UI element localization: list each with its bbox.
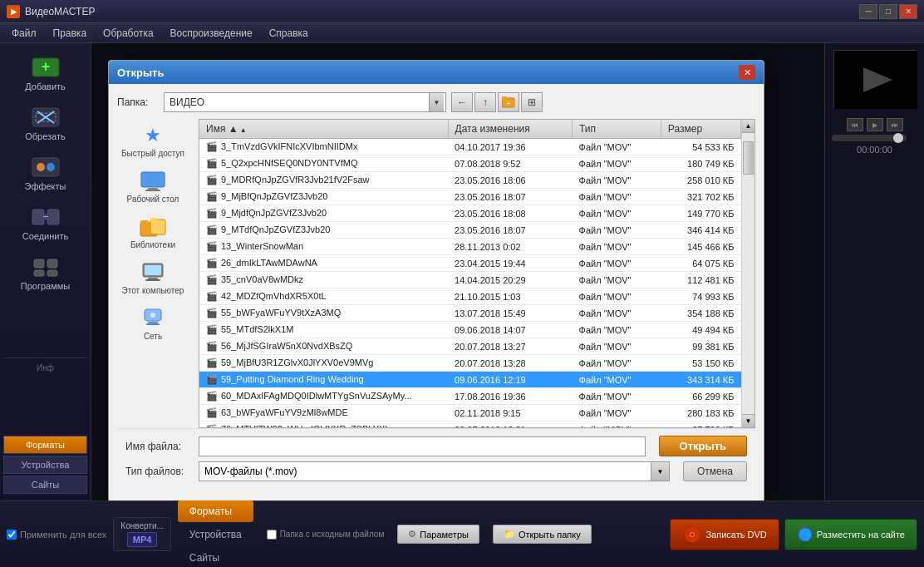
- file-list-scroll[interactable]: Имя ▲ Дата изменения Тип Размер: [199, 120, 741, 427]
- table-row[interactable]: 🎬13_WinterSnowMan28.11.2013 0:02Файл "MO…: [199, 239, 741, 255]
- sidebar-btn-programs[interactable]: Программы: [8, 249, 83, 296]
- view-toggle-button[interactable]: ⊞: [521, 92, 543, 112]
- bottom-tab-sites[interactable]: Сайты: [178, 547, 253, 568]
- play-prev-button[interactable]: ⏮: [847, 118, 863, 131]
- menu-help[interactable]: Справка: [261, 26, 317, 41]
- cell-filename: 🎬9_MDRfQnJpZGVfR3Jvb21fV2Fsaw: [199, 172, 448, 189]
- open-folder-button[interactable]: 📁 Открыть папку: [493, 525, 592, 544]
- nav-computer-label: Этот компьютер: [122, 286, 184, 295]
- table-row[interactable]: 🎬9_MjdfQnJpZGVfZ3Jvb2023.05.2016 18:08Фа…: [199, 205, 741, 222]
- menu-process[interactable]: Обработка: [95, 26, 162, 41]
- table-row[interactable]: 🎬9_MDRfQnJpZGVfR3Jvb21fV2Fsaw23.05.2016 …: [199, 172, 741, 189]
- filetype-combo-arrow[interactable]: ▼: [651, 462, 669, 481]
- cell-type: Файл "MOV": [573, 255, 661, 272]
- col-header-size[interactable]: Размер: [661, 120, 740, 139]
- svg-rect-6: [32, 158, 59, 176]
- source-folder-checkbox[interactable]: [267, 530, 277, 540]
- nav-panel: ★ Быстрый доступ: [117, 119, 192, 428]
- bottom-tab-devices[interactable]: Устройства: [178, 524, 253, 545]
- filetype-combo[interactable]: MOV-файлы (*.mov) ▼: [199, 461, 670, 481]
- bottom-tab-formats[interactable]: Форматы: [178, 500, 253, 522]
- table-row[interactable]: 🎬76_MTVfTW92aWUgdGhlYXRyZSBkYXk20.07.201…: [199, 422, 741, 428]
- col-header-date[interactable]: Дата изменения: [448, 120, 573, 139]
- table-row[interactable]: 🎬55_bWFyaWFuYV9tXzA3MQ13.07.2018 15:49Фа…: [199, 305, 741, 322]
- nav-computer[interactable]: Этот компьютер: [117, 256, 189, 300]
- menu-playback[interactable]: Воспроизведение: [162, 26, 261, 41]
- scroll-down-button[interactable]: ▼: [742, 414, 754, 427]
- cell-size: 343 314 КБ: [661, 372, 740, 388]
- play-button[interactable]: ▶: [867, 118, 883, 131]
- open-button[interactable]: Открыть: [659, 436, 747, 456]
- scroll-thumb[interactable]: [743, 141, 754, 175]
- sidebar-btn-join[interactable]: + Соединить: [8, 200, 83, 246]
- join-icon: +: [31, 205, 61, 229]
- preview-slider[interactable]: [832, 135, 907, 141]
- cell-type: Файл "MOV": [573, 338, 661, 355]
- close-button[interactable]: ✕: [899, 4, 917, 19]
- cell-size: 64 075 КБ: [661, 255, 740, 272]
- filename-input[interactable]: [199, 436, 646, 456]
- center-area: Открыть ✕ Папка: ВИДЕО ▼: [91, 43, 824, 500]
- col-header-name[interactable]: Имя ▲: [199, 120, 448, 139]
- sidebar-btn-effects[interactable]: Эффекты: [8, 150, 83, 196]
- minimize-button[interactable]: ─: [859, 4, 877, 19]
- cut-icon: [31, 105, 61, 130]
- nav-up-button[interactable]: ↑: [474, 92, 496, 112]
- tab-formats[interactable]: Форматы: [3, 436, 87, 454]
- table-row[interactable]: 🎬42_MDZfQmVhdXR5X0tL21.10.2015 1:03Файл …: [199, 288, 741, 305]
- filetype-label: Тип файлов:: [125, 466, 192, 477]
- folder-combo-arrow[interactable]: ▼: [429, 93, 444, 111]
- svg-text:+: +: [42, 211, 48, 223]
- main-content: + Добавить Обрезать: [0, 43, 924, 500]
- preview-slider-thumb[interactable]: [893, 133, 903, 143]
- table-row[interactable]: 🎬59_Putting Diamond Ring Wedding09.06.20…: [199, 372, 741, 388]
- tab-sites[interactable]: Сайты: [3, 476, 87, 494]
- cell-filename: 🎬9_MjdfQnJpZGVfZ3Jvb20: [199, 205, 448, 222]
- table-row[interactable]: 🎬59_MjBfU3R1ZGlvX0JlYXV0eV9MVg20.07.2018…: [199, 355, 741, 372]
- cell-size: 180 749 КБ: [661, 155, 740, 172]
- cell-filename: 🎬42_MDZfQmVhdXR5X0tL: [199, 288, 448, 305]
- cell-filename: 🎬55_MTdfS2lkX1M: [199, 322, 448, 338]
- apply-all-checkbox[interactable]: [7, 530, 17, 540]
- params-button[interactable]: ⚙ Параметры: [397, 525, 479, 544]
- table-row[interactable]: 🎬3_TmVzdGVkIFNIcXVIbmNIIDMx04.10.2017 19…: [199, 139, 741, 155]
- publish-button[interactable]: 🌐 Разместить на сайте: [784, 519, 917, 550]
- table-row[interactable]: 🎬60_MDAxIFAgMDQ0IDlwMTYgSnVuZSAyMy...17.…: [199, 388, 741, 405]
- library-icon: [140, 215, 166, 239]
- cancel-button[interactable]: Отмена: [683, 461, 747, 481]
- table-row[interactable]: 🎬9_MjBfQnJpZGVfZ3Jvb2023.05.2016 18:07Фа…: [199, 189, 741, 205]
- table-row[interactable]: 🎬35_cnV0aV8wMDkz14.04.2015 20:29Файл "MO…: [199, 272, 741, 288]
- scrollbar[interactable]: ▲ ▼: [741, 120, 754, 427]
- tab-devices[interactable]: Устройства: [3, 456, 87, 474]
- nav-quick-access[interactable]: ★ Быстрый доступ: [117, 119, 189, 163]
- file-table: Имя ▲ Дата изменения Тип Размер: [199, 120, 741, 427]
- dvd-label: Записать DVD: [705, 530, 766, 540]
- dialog-close-button[interactable]: ✕: [739, 65, 755, 80]
- table-row[interactable]: 🎬26_dmIkLTAwMDAwNA23.04.2015 19:44Файл "…: [199, 255, 741, 272]
- cell-size: 258 010 КБ: [661, 172, 740, 189]
- table-row[interactable]: 🎬5_Q2xpcHNfSEQ0NDY0NTVfMQ07.08.2018 9:52…: [199, 155, 741, 172]
- nav-desktop[interactable]: Рабочий стол: [117, 165, 189, 209]
- table-row[interactable]: 🎬9_MTdfQnJpZGVfZ3Jvb2023.05.2016 18:07Фа…: [199, 222, 741, 239]
- menu-edit[interactable]: Правка: [45, 26, 96, 41]
- bottom-right-buttons: Записать DVD 🌐 Разместить на сайте: [670, 519, 917, 550]
- dvd-button[interactable]: Записать DVD: [670, 519, 779, 550]
- scroll-up-button[interactable]: ▲: [742, 120, 754, 133]
- svg-rect-14: [34, 270, 44, 276]
- sidebar-btn-cut[interactable]: Обрезать: [8, 100, 83, 146]
- folder-combo[interactable]: ВИДЕО ▼: [164, 92, 446, 112]
- cell-type: Файл "MOV": [573, 222, 661, 239]
- menu-file[interactable]: Файл: [3, 26, 45, 41]
- table-row[interactable]: 🎬56_MjJfSGIraW5nX0NvdXBsZQ20.07.2018 13:…: [199, 338, 741, 355]
- play-next-button[interactable]: ⏭: [887, 118, 903, 131]
- nav-libraries[interactable]: Библиотеки: [117, 210, 189, 254]
- scroll-track: [742, 133, 754, 414]
- table-row[interactable]: 🎬55_MTdfS2lkX1M09.06.2018 14:07Файл "MOV…: [199, 322, 741, 338]
- maximize-button[interactable]: □: [879, 4, 897, 19]
- nav-network[interactable]: Сеть: [117, 302, 189, 346]
- sidebar-btn-add[interactable]: + Добавить: [8, 50, 83, 96]
- col-header-type[interactable]: Тип: [573, 120, 661, 139]
- nav-back-button[interactable]: ←: [451, 92, 473, 112]
- new-folder-button[interactable]: +: [498, 92, 519, 112]
- table-row[interactable]: 🎬63_bWFyaWFuYV9zMl8wMDE02.11.2018 9:15Фа…: [199, 405, 741, 422]
